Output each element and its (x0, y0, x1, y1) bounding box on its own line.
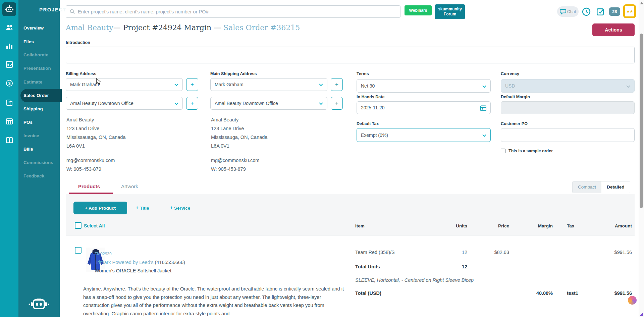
sample-order-row: This is a sample order (501, 149, 553, 153)
introduction-label: Introduction (66, 40, 90, 45)
grid-icon[interactable] (5, 117, 13, 125)
customer-po-label: Customer PO (501, 121, 528, 126)
sales-order-page: $ PROJECT Overview Files Collaborate Pre… (0, 0, 644, 317)
toggle-compact[interactable]: Compact (573, 181, 601, 193)
total-units-label: Total Units (355, 264, 380, 269)
search-icon (69, 9, 75, 14)
company-icon[interactable] (5, 99, 13, 107)
add-billing-address-button[interactable]: + (186, 97, 198, 110)
product-sku-link[interactable]: TM92939 (95, 252, 112, 256)
billing-phone: W: 905-453-879 (66, 165, 126, 173)
tab-artwork[interactable]: Artwork (121, 183, 138, 189)
sidebar-item-estimate[interactable]: Estimate (18, 75, 60, 89)
sidebar-item-invoice[interactable]: Invoice (18, 129, 60, 143)
column-header-margin: Margin (526, 223, 553, 228)
variant-item: Team Red (358)/S (355, 250, 395, 255)
add-billing-contact-button[interactable]: + (186, 78, 198, 91)
products-toolbar-band (66, 194, 635, 235)
shipping-phone: W: 905-453-879 (211, 165, 267, 173)
add-service-button[interactable]: + Service (170, 205, 190, 211)
svg-text:$: $ (8, 81, 11, 86)
sidebar-item-pos[interactable]: POs (18, 116, 60, 129)
survey-icon[interactable] (5, 60, 13, 68)
actions-button[interactable]: Actions (592, 23, 635, 36)
column-header-units: Units (444, 223, 467, 228)
sample-order-checkbox[interactable] (501, 149, 505, 153)
add-shipping-contact-button[interactable]: + (331, 78, 343, 91)
bot-avatar[interactable] (2, 2, 16, 16)
library-icon[interactable] (5, 136, 13, 144)
add-shipping-address-button[interactable]: + (331, 97, 343, 110)
add-product-button[interactable]: + Add Product (73, 202, 127, 214)
sidebar-item-presentation[interactable]: Presentation (18, 62, 60, 75)
clients-icon[interactable] (5, 23, 13, 32)
sidebar-item-sales-order[interactable]: Sales Order (20, 89, 62, 102)
supplier-link[interactable]: Trimark Powered by Leed's (95, 260, 154, 265)
introduction-textarea[interactable] (66, 47, 635, 63)
column-header-amount: Amount (605, 223, 632, 228)
shipping-address-select[interactable]: Amal Beauty Downtown Office (210, 97, 327, 110)
row-total-margin: 40.00% (526, 290, 553, 296)
sales-order-link[interactable]: Sales Order #36215 (223, 23, 300, 32)
chat-button[interactable]: Chat (557, 6, 579, 17)
reminders-clock-icon[interactable] (582, 7, 591, 16)
shipping-address-text: Amal Beauty 123 Lane Drive Mississauga, … (211, 115, 267, 173)
variant-amount: $991.56 (605, 250, 632, 255)
variant-price: $82.63 (482, 250, 509, 255)
scrollbar-thumb[interactable] (640, 34, 643, 208)
tasks-check-icon[interactable] (596, 7, 605, 16)
view-toggle: Compact Detailed (572, 181, 630, 193)
sidebar-item-bills[interactable]: Bills (18, 143, 60, 156)
mouse-cursor (96, 78, 102, 85)
column-header-price: Price (482, 223, 509, 228)
plus-icon: + (136, 205, 139, 211)
sidebar-item-commissions[interactable]: Commissions (18, 156, 60, 169)
sidebar-item-files[interactable]: Files (18, 35, 60, 49)
billing-contact-select[interactable]: Mark Graham (66, 78, 183, 91)
reports-icon[interactable] (5, 42, 13, 50)
currency-label: Currency (501, 71, 519, 76)
assistant-bubble-icon[interactable] (628, 296, 637, 305)
billing-address-label: Billing Address (66, 71, 96, 76)
column-header-item: Item (355, 223, 365, 228)
calendar-icon[interactable] (480, 105, 487, 111)
search-input[interactable] (78, 9, 380, 14)
product-row-checkbox[interactable] (75, 247, 82, 254)
currency-select-disabled: USD (501, 79, 635, 93)
chevron-down-icon (174, 101, 178, 105)
sidebar-item-collaborate[interactable]: Collaborate (18, 48, 60, 62)
customer-po-input[interactable] (501, 128, 635, 142)
terms-select[interactable]: Net 30 (357, 79, 491, 93)
sidebar-item-shipping[interactable]: Shipping (18, 102, 60, 116)
select-all-checkbox[interactable] (75, 222, 82, 229)
add-title-button[interactable]: + Title (136, 205, 149, 211)
skummunity-forum-button[interactable]: skummunity Forum (435, 4, 465, 19)
scrollbar-up-arrow[interactable] (640, 2, 643, 4)
plus-icon: + (170, 205, 173, 211)
terms-label: Terms (357, 71, 369, 76)
select-all-label[interactable]: Select All (84, 223, 105, 228)
chevron-down-icon (319, 101, 323, 105)
sidebar-item-overview[interactable]: Overview (18, 21, 60, 35)
chevron-down-icon (482, 84, 486, 88)
default-tax-select[interactable]: Exempt (0%) (357, 128, 491, 142)
row-total-amount: $991.56 (605, 290, 632, 296)
in-hands-date-input[interactable]: 2025-11-20 (357, 101, 491, 114)
shipping-email: mg@commonsku.com (211, 156, 267, 165)
rewards-stars-icon[interactable]: ★★ (623, 4, 636, 18)
chat-bubble-icon (560, 9, 566, 14)
tab-products[interactable]: Products (78, 183, 100, 189)
finance-icon[interactable]: $ (5, 79, 13, 87)
toggle-detailed[interactable]: Detailed (601, 181, 630, 193)
sidebar-item-feedback[interactable]: Feedback (18, 169, 60, 183)
shipping-contact-select[interactable]: Mark Graham (210, 78, 327, 91)
billing-address-select[interactable]: Amal Beauty Downtown Office (66, 97, 183, 110)
webinars-button[interactable]: Webinars (405, 5, 432, 15)
product-name: Women's ORACLE Softshell Jacket (95, 268, 171, 273)
product-description: Anytime. Anywhere. That's the beauty of … (83, 285, 348, 317)
in-hands-date-label: In Hands Date (357, 95, 384, 99)
notification-count-badge[interactable]: 28 (609, 7, 620, 16)
supplier-phone: (4165556666) (154, 260, 185, 265)
client-link[interactable]: Amal Beauty (66, 23, 113, 32)
chevron-down-icon (319, 82, 323, 86)
